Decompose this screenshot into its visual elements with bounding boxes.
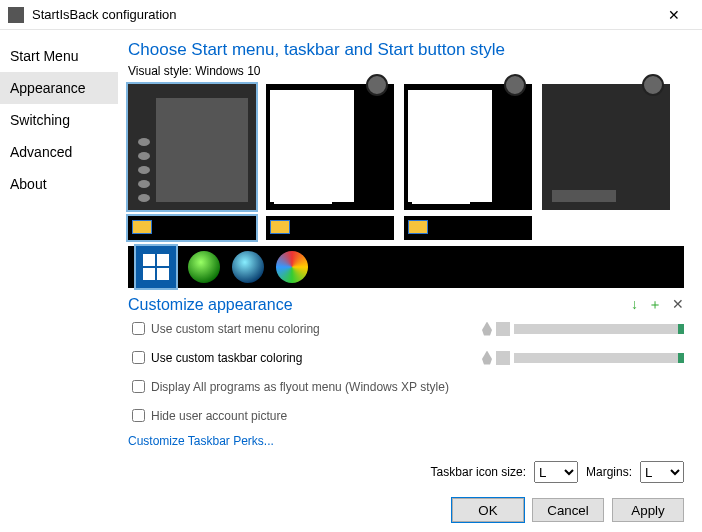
cancel-button[interactable]: Cancel <box>532 498 604 522</box>
customize-heading: Customize appearance <box>128 296 293 314</box>
orb-style-win10[interactable] <box>136 246 176 288</box>
icon-size-label: Taskbar icon size: <box>431 465 526 479</box>
sidebar-item-advanced[interactable]: Advanced <box>0 136 118 168</box>
windows-icon <box>143 254 169 280</box>
folder-icon <box>408 220 428 234</box>
avatar-icon <box>642 74 664 96</box>
download-icon[interactable]: ↓ <box>631 296 638 314</box>
sidebar: Start Menu Appearance Switching Advanced… <box>0 30 118 532</box>
button-row: OK Cancel Apply <box>128 488 684 522</box>
margins-label: Margins: <box>586 465 632 479</box>
footer: Taskbar icon size: L Margins: L <box>128 453 684 483</box>
menu-style-3[interactable] <box>404 84 532 210</box>
slider-taskbar-coloring[interactable] <box>482 351 684 365</box>
customize-heading-row: Customize appearance ↓ ＋ ✕ <box>128 296 684 314</box>
checkbox-row-menu-coloring: Use custom start menu coloring <box>128 319 684 338</box>
sidebar-item-switching[interactable]: Switching <box>0 104 118 136</box>
menu-style-2[interactable] <box>266 84 394 210</box>
window-title: StartIsBack configuration <box>32 7 654 22</box>
visual-style-label: Visual style: <box>128 64 192 78</box>
menu-style-row <box>128 84 684 210</box>
titlebar: StartIsBack configuration ✕ <box>0 0 702 30</box>
folder-icon <box>270 220 290 234</box>
checkbox-hide-avatar[interactable] <box>132 409 145 422</box>
sidebar-item-appearance[interactable]: Appearance <box>0 72 118 104</box>
visual-style-row: Visual style: Windows 10 <box>128 64 684 78</box>
checkbox-flyout[interactable] <box>132 380 145 393</box>
checkbox-row-flyout: Display All programs as flyout menu (Win… <box>128 377 684 396</box>
orb-style-win7[interactable] <box>232 251 264 283</box>
slider-menu-coloring[interactable] <box>482 322 684 336</box>
checkbox-row-taskbar-coloring: Use custom taskbar coloring <box>128 348 684 367</box>
taskbar-style-2[interactable] <box>266 216 394 240</box>
page-heading: Choose Start menu, taskbar and Start but… <box>128 40 684 60</box>
app-icon <box>8 7 24 23</box>
taskbar-style-row <box>128 216 684 240</box>
taskbar-style-3[interactable] <box>404 216 532 240</box>
drop-icon <box>482 351 492 365</box>
ok-button[interactable]: OK <box>452 498 524 522</box>
checkbox-label: Display All programs as flyout menu (Win… <box>151 380 449 394</box>
orb-style-color[interactable] <box>276 251 308 283</box>
avatar-icon <box>366 74 388 96</box>
checkbox-taskbar-coloring[interactable] <box>132 351 145 364</box>
drop-icon <box>482 322 492 336</box>
icon-size-select[interactable]: L <box>534 461 578 483</box>
add-icon[interactable]: ＋ <box>648 296 662 314</box>
orb-style-clover[interactable] <box>188 251 220 283</box>
checkbox-row-hide-avatar: Hide user account picture <box>128 406 684 425</box>
sidebar-item-start-menu[interactable]: Start Menu <box>0 40 118 72</box>
menu-style-1[interactable] <box>128 84 256 210</box>
checkbox-label: Use custom start menu coloring <box>151 322 320 336</box>
avatar-icon <box>504 74 526 96</box>
checkbox-label: Use custom taskbar coloring <box>151 351 302 365</box>
content: Choose Start menu, taskbar and Start but… <box>118 30 702 532</box>
checkbox-label: Hide user account picture <box>151 409 287 423</box>
visual-style-value: Windows 10 <box>195 64 260 78</box>
checkbox-menu-coloring[interactable] <box>132 322 145 335</box>
customize-taskbar-link[interactable]: Customize Taskbar Perks... <box>128 434 684 448</box>
apply-button[interactable]: Apply <box>612 498 684 522</box>
sidebar-item-about[interactable]: About <box>0 168 118 200</box>
menu-style-4[interactable] <box>542 84 670 210</box>
orb-style-row <box>128 246 684 288</box>
remove-icon[interactable]: ✕ <box>672 296 684 314</box>
taskbar-style-1[interactable] <box>128 216 256 240</box>
close-icon[interactable]: ✕ <box>654 7 694 23</box>
margins-select[interactable]: L <box>640 461 684 483</box>
folder-icon <box>132 220 152 234</box>
